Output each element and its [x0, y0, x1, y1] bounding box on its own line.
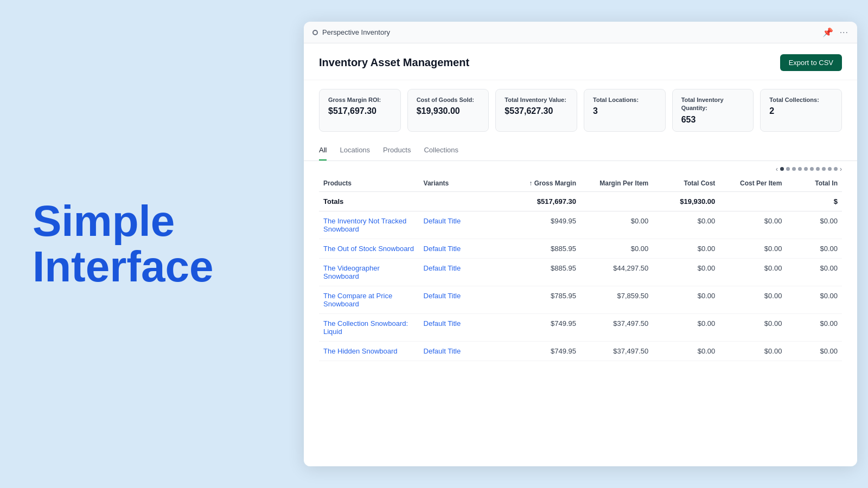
product-name-4: The Collection Snowboard: Liquid: [319, 313, 419, 341]
totals-label: Totals: [319, 191, 419, 211]
gross-margin-1: $885.95: [508, 239, 580, 258]
totals-row: Totals $517,697.30 $19,930.00 $: [319, 191, 842, 211]
title-bar: Perspective Inventory 📌 ···: [304, 22, 857, 43]
col-header-products[interactable]: Products: [319, 175, 419, 192]
total-cost-2: $0.00: [653, 258, 719, 286]
tab-collections[interactable]: Collections: [424, 140, 458, 160]
total-cost-0: $0.00: [653, 211, 719, 239]
stat-value-total-collections: 2: [769, 106, 833, 116]
tab-all[interactable]: All: [319, 140, 327, 160]
pagination-dots: ‹ ›: [304, 161, 857, 175]
col-header-cost-per-item[interactable]: Cost Per Item: [719, 175, 786, 192]
dot-9[interactable]: [828, 167, 832, 171]
table-row: The Collection Snowboard: Liquid Default…: [319, 313, 842, 341]
cost-per-item-5: $0.00: [719, 341, 786, 361]
prev-page-arrow[interactable]: ‹: [776, 165, 778, 173]
header-section: Inventory Asset Management Export to CSV: [304, 43, 857, 80]
margin-per-item-0: $0.00: [580, 211, 653, 239]
variant-0: Default Title: [419, 211, 508, 239]
margin-per-item-4: $37,497.50: [580, 313, 653, 341]
stat-value-cogs: $19,930.00: [417, 106, 480, 116]
table-row: The Hidden Snowboard Default Title $749.…: [319, 341, 842, 361]
dot-4[interactable]: [798, 167, 802, 171]
total-inv-3: $0.00: [786, 286, 842, 313]
product-name-3: The Compare at Price Snowboard: [319, 286, 419, 313]
title-bar-dot: [312, 30, 318, 35]
dot-1[interactable]: [780, 167, 784, 171]
app-window: Perspective Inventory 📌 ··· Inventory As…: [304, 22, 857, 466]
next-page-arrow[interactable]: ›: [840, 165, 842, 173]
table-header-row: Products Variants ↑ Gross Margin Margin …: [319, 175, 842, 192]
variant-3: Default Title: [419, 286, 508, 313]
dot-2[interactable]: [786, 167, 790, 171]
total-inv-0: $0.00: [786, 211, 842, 239]
total-inv-5: $0.00: [786, 341, 842, 361]
stat-card-total-collections: Total Collections: 2: [760, 89, 842, 132]
totals-total-inv: $: [786, 191, 842, 211]
totals-variants: [419, 191, 508, 211]
gross-margin-4: $749.95: [508, 313, 580, 341]
margin-per-item-5: $37,497.50: [580, 341, 653, 361]
dot-7[interactable]: [816, 167, 820, 171]
stat-card-gross-margin: Gross Margin ROI: $517,697.30: [319, 89, 401, 132]
total-inv-1: $0.00: [786, 239, 842, 258]
col-header-gross-margin[interactable]: ↑ Gross Margin: [508, 175, 580, 192]
stats-row: Gross Margin ROI: $517,697.30 Cost of Go…: [304, 80, 857, 140]
tabs: All Locations Products Collections: [319, 140, 842, 160]
gross-margin-0: $949.95: [508, 211, 580, 239]
export-csv-button[interactable]: Export to CSV: [780, 54, 842, 71]
variant-1: Default Title: [419, 239, 508, 258]
table-row: The Compare at Price Snowboard Default T…: [319, 286, 842, 313]
total-cost-4: $0.00: [653, 313, 719, 341]
product-name-2: The Videographer Snowboard: [319, 258, 419, 286]
dot-5[interactable]: [804, 167, 808, 171]
dot-8[interactable]: [822, 167, 826, 171]
col-header-margin-per-item[interactable]: Margin Per Item: [580, 175, 653, 192]
title-bar-title: Perspective Inventory: [322, 28, 390, 36]
page-title: Inventory Asset Management: [319, 56, 469, 69]
stat-label-total-locations: Total Locations:: [593, 96, 656, 104]
cost-per-item-4: $0.00: [719, 313, 786, 341]
margin-per-item-1: $0.00: [580, 239, 653, 258]
tab-locations[interactable]: Locations: [340, 140, 370, 160]
dot-6[interactable]: [810, 167, 814, 171]
stat-value-total-quantity: 653: [681, 115, 745, 125]
tab-products[interactable]: Products: [383, 140, 411, 160]
totals-margin-per-item: [580, 191, 653, 211]
gross-margin-5: $749.95: [508, 341, 580, 361]
stat-value-total-locations: 3: [593, 106, 656, 116]
stat-label-gross-margin: Gross Margin ROI:: [328, 96, 392, 104]
stat-label-total-collections: Total Collections:: [769, 96, 833, 104]
gross-margin-2: $885.95: [508, 258, 580, 286]
cost-per-item-0: $0.00: [719, 211, 786, 239]
col-header-total-inv[interactable]: Total In: [786, 175, 842, 192]
hero-line1: Simple: [33, 197, 175, 245]
main-content: Inventory Asset Management Export to CSV…: [304, 43, 857, 466]
dot-3[interactable]: [792, 167, 796, 171]
stat-label-cogs: Cost of Goods Sold:: [417, 96, 480, 104]
stat-label-total-quantity: Total Inventory Quantity:: [681, 96, 745, 113]
total-inv-2: $0.00: [786, 258, 842, 286]
cost-per-item-2: $0.00: [719, 258, 786, 286]
stat-label-total-inventory-value: Total Inventory Value:: [505, 96, 568, 104]
col-header-total-cost[interactable]: Total Cost: [653, 175, 719, 192]
col-header-variants[interactable]: Variants: [419, 175, 508, 192]
variant-5: Default Title: [419, 341, 508, 361]
total-cost-5: $0.00: [653, 341, 719, 361]
product-name-1: The Out of Stock Snowboard: [319, 239, 419, 258]
gross-margin-3: $785.95: [508, 286, 580, 313]
more-options-icon[interactable]: ···: [840, 28, 848, 37]
table-row: The Inventory Not Tracked Snowboard Defa…: [319, 211, 842, 239]
stat-value-total-inventory-value: $537,627.30: [505, 106, 568, 116]
dot-10[interactable]: [834, 167, 838, 171]
pin-icon: 📌: [822, 27, 833, 37]
variant-2: Default Title: [419, 258, 508, 286]
totals-cost-per-item: [719, 191, 786, 211]
stat-card-total-inventory-value: Total Inventory Value: $537,627.30: [495, 89, 577, 132]
totals-gross-margin: $517,697.30: [508, 191, 580, 211]
stat-card-total-locations: Total Locations: 3: [584, 89, 666, 132]
title-bar-right: 📌 ···: [822, 27, 848, 37]
tabs-section: All Locations Products Collections: [304, 140, 857, 161]
left-panel: Simple Interface: [0, 166, 304, 322]
totals-total-cost: $19,930.00: [653, 191, 719, 211]
